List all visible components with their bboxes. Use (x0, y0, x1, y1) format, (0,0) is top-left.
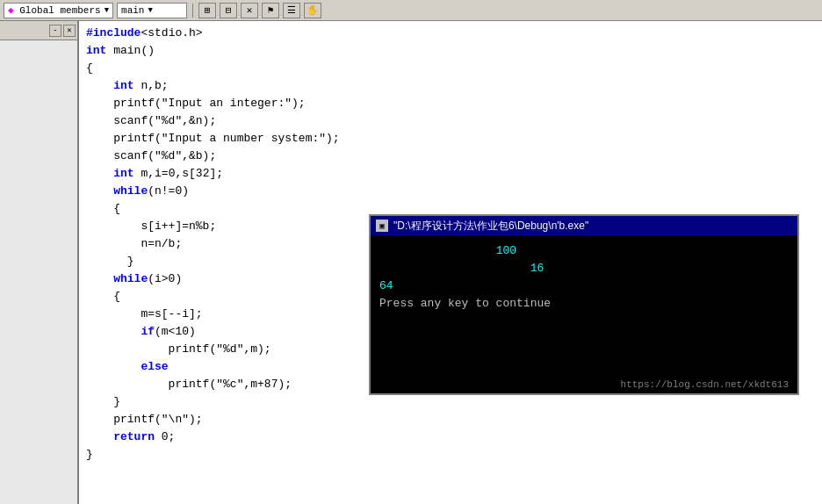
code-line-7: printf("Input a number system:"); (86, 130, 815, 148)
terminal-titlebar: ▣ "D:\程序设计方法\作业包6\Debug\n'b.exe" (371, 216, 797, 235)
code-line-1: #include<stdio.h> (86, 25, 815, 42)
main-layout: - ✕ #include<stdio.h> int main() { int n… (0, 21, 822, 504)
terminal-app-icon: ▣ (376, 220, 388, 232)
terminal-title: "D:\程序设计方法\作业包6\Debug\n'b.exe" (393, 219, 792, 234)
term-line-4: Press any key to continue (379, 295, 789, 313)
toolbar-btn-hand[interactable]: ✋ (304, 3, 321, 18)
dropdown1-label: Global members (19, 5, 100, 16)
terminal-window[interactable]: ▣ "D:\程序设计方法\作业包6\Debug\n'b.exe" Input a… (369, 214, 799, 395)
code-editor[interactable]: #include<stdio.h> int main() { int n,b; … (79, 21, 822, 504)
code-line-6: scanf("%d",&n); (86, 112, 815, 130)
gutter-header: - ✕ (0, 21, 77, 40)
code-line-22: } (86, 393, 815, 411)
code-line-5: printf("Input an integer:"); (86, 95, 815, 112)
dropdown1-arrow[interactable]: ▼ (105, 6, 109, 15)
dropdown2-label: main (121, 5, 144, 16)
toolbar: ◆ Global members ▼ main ▼ ⊞ ⊟ ✕ ⚑ ☰ ✋ (0, 0, 822, 21)
toolbar-btn-list[interactable]: ☰ (283, 3, 300, 18)
separator1 (192, 4, 193, 18)
code-line-9: int m,i=0,s[32]; (86, 165, 815, 183)
code-line-10: while(n!=0) (86, 183, 815, 200)
left-panel: - ✕ (0, 21, 79, 504)
gutter-close-btn[interactable]: ✕ (63, 25, 76, 37)
dropdown2-arrow[interactable]: ▼ (148, 6, 152, 15)
code-line-3: { (86, 60, 815, 77)
terminal-url: https://blog.csdn.net/xkdt613 (621, 379, 789, 390)
diamond-icon: ◆ (8, 4, 14, 16)
term-line-3: 64 (379, 277, 789, 295)
toolbar-btn-layers[interactable]: ⊟ (220, 3, 237, 18)
toolbar-btn-x[interactable]: ✕ (241, 3, 258, 18)
terminal-content: Input an integer:100 Input a number syst… (371, 235, 797, 376)
code-line-8: scanf("%d",&b); (86, 148, 815, 165)
main-dropdown[interactable]: main ▼ (117, 3, 187, 18)
term-line-1: Input an integer:100 (379, 242, 789, 260)
code-line-4: int n,b; (86, 77, 815, 95)
term-line-2: Input a number system:16 (379, 260, 789, 277)
toolbar-btn-flag[interactable]: ⚑ (262, 3, 279, 18)
toolbar-btn-grid[interactable]: ⊞ (198, 3, 216, 18)
terminal-footer: https://blog.csdn.net/xkdt613 (371, 376, 797, 393)
code-line-2: int main() (86, 42, 815, 60)
global-members-dropdown[interactable]: ◆ Global members ▼ (4, 3, 113, 18)
code-line-23: printf("\n"); (86, 411, 815, 428)
gutter-minimize-btn[interactable]: - (49, 25, 61, 37)
code-line-25: } (86, 446, 815, 464)
code-line-24: return 0; (86, 428, 815, 446)
